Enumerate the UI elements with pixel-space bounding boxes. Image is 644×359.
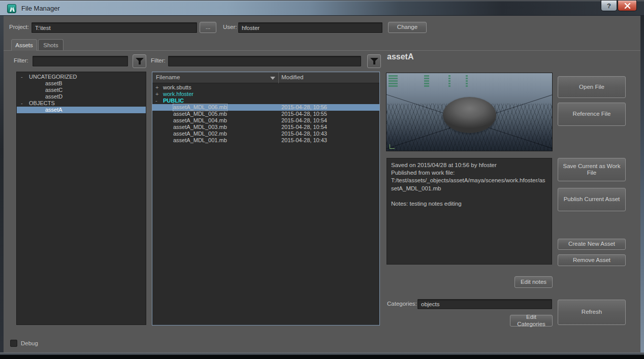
user-label: User: [223,24,237,30]
file-row-name: work.sbutts [163,84,191,91]
expand-icon[interactable]: + [155,91,158,97]
edit-categories-label: Edit Categories [512,314,550,327]
project-path-input[interactable] [31,22,197,33]
file-row-public[interactable]: - PUBLIC [152,97,379,104]
tab-assets-label: Assets [15,42,33,48]
close-icon [624,3,631,9]
remove-asset-button[interactable]: Remove Asset [558,254,626,266]
title-bar[interactable]: File Manager ? [0,0,644,16]
tree-item-label: assetC [45,87,62,93]
column-modified[interactable]: Modified [281,74,303,80]
save-work-file-button[interactable]: Save Current as Work File [558,158,626,181]
expand-icon[interactable]: + [155,84,158,91]
tab-shots-label: Shots [43,42,58,48]
file-row-name: assetA_MDL_004.mb [173,117,227,124]
create-new-asset-button[interactable]: Create New Asset [558,239,626,250]
tab-assets[interactable]: Assets [11,39,37,51]
middle-filter-button[interactable] [367,54,381,68]
collapse-icon[interactable]: - [155,97,157,104]
user-input[interactable] [238,22,382,33]
help-icon: ? [607,2,611,10]
file-row-name: assetA_MDL_001.mb [173,137,227,144]
tree-group-label: UNCATEGORIZED [29,74,77,80]
open-file-label: Open File [579,84,604,90]
file-row-name: assetA_MDL_003.mb [173,124,227,130]
asset-notes: Saved on 2015/04/28 at 10:56 by hfoster … [387,158,552,265]
column-divider[interactable] [278,72,279,83]
tree-item-assetB[interactable]: assetB [17,80,146,87]
window-title: File Manager [21,5,60,12]
collapse-icon[interactable]: - [21,74,23,80]
file-row[interactable]: assetA_MDL_003.mb 2015-04-28, 10:54 [152,124,379,130]
refresh-label: Refresh [582,309,602,315]
file-row[interactable]: assetA_MDL_005.mb 2015-04-28, 10:55 [152,111,379,117]
left-filter-label: Filter: [14,57,28,63]
help-button[interactable]: ? [601,1,617,11]
filter-funnel-icon [136,57,144,65]
tree-item-label: assetB [45,80,62,87]
publish-asset-label: Publish Current Asset [564,196,620,203]
categories-input[interactable] [417,299,552,309]
reference-file-label: Reference File [573,111,611,117]
tree-group-objects[interactable]: - OBJECTS [17,100,146,107]
file-row-modified: 2015-04-28, 10:43 [281,130,327,137]
middle-filter-input[interactable] [168,56,361,67]
categories-label: Categories: [387,301,417,307]
change-user-button[interactable]: Change [388,22,427,33]
browse-label: ... [206,24,211,30]
file-row-name: assetA_MDL_005.mb [173,111,227,117]
file-row[interactable]: assetA_MDL_002.mb 2015-04-28, 10:43 [152,130,379,137]
edit-notes-button[interactable]: Edit notes [514,276,553,288]
edit-categories-button[interactable]: Edit Categories [510,315,553,327]
tree-group-uncategorized[interactable]: - UNCATEGORIZED [17,74,146,80]
debug-checkbox[interactable] [10,340,17,347]
file-row[interactable]: assetA_MDL_001.mb 2015-04-28, 10:43 [152,137,379,144]
sphere-model [443,97,496,133]
category-tree: - UNCATEGORIZED assetB assetC assetD - O… [16,72,146,325]
tree-group-label: OBJECTS [29,100,55,107]
file-row[interactable]: assetA_MDL_004.mb 2015-04-28, 10:54 [152,117,379,124]
left-filter-button[interactable] [133,54,146,68]
column-filename[interactable]: Filename [156,74,180,80]
refresh-button[interactable]: Refresh [558,300,626,325]
file-row-modified: 2015-04-28, 10:54 [281,124,327,130]
close-button[interactable] [618,1,637,11]
reference-file-button[interactable]: Reference File [558,103,626,126]
window-frame-right [640,16,644,352]
project-label: Project: [9,24,29,30]
browse-project-button[interactable]: ... [200,22,216,33]
file-row-modified: 2015-04-28, 10:55 [281,111,327,117]
left-filter-input[interactable] [33,56,128,67]
file-manager-window: File Manager ? Project: ... User: Change… [0,0,644,359]
save-work-file-label: Save Current as Work File [560,163,623,176]
file-row-work-hfoster[interactable]: + work.hfoster [152,91,379,97]
file-row-selected[interactable]: assetA_MDL_006.mb 2015-04-28, 10:56 [152,104,379,111]
tree-item-assetA-selected[interactable]: assetA [17,107,146,113]
debug-label: Debug [21,340,38,346]
maya-logo-icon [7,4,16,13]
file-row-name: assetA_MDL_002.mb [173,130,227,137]
tab-divider [4,50,640,51]
file-row-name: assetA_MDL_006.mb [173,104,227,111]
remove-asset-label: Remove Asset [573,257,610,264]
collapse-icon[interactable]: - [21,100,23,107]
file-row-name: work.hfoster [163,91,194,97]
open-file-button[interactable]: Open File [558,76,626,98]
file-row-work-sbutts[interactable]: + work.sbutts [152,84,379,91]
tree-item-assetD[interactable]: assetD [17,93,146,100]
file-list-header[interactable]: Filename Modified [152,72,379,83]
view-axis-icon [390,143,396,149]
file-row-modified: 2015-04-28, 10:56 [281,104,327,111]
tree-item-label: assetA [45,107,62,113]
file-row-modified: 2015-04-28, 10:54 [281,117,327,124]
asset-title: assetA [387,52,413,61]
file-row-modified: 2015-04-28, 10:43 [281,137,327,144]
window-shadow-bottom [0,355,644,359]
file-row-name: PUBLIC [163,97,184,104]
sort-descending-icon[interactable] [270,77,275,80]
edit-notes-label: Edit notes [521,279,546,285]
middle-filter-label: Filter: [151,57,166,63]
tab-shots[interactable]: Shots [38,39,63,50]
tree-item-assetC[interactable]: assetC [17,87,146,93]
publish-asset-button[interactable]: Publish Current Asset [558,188,626,211]
